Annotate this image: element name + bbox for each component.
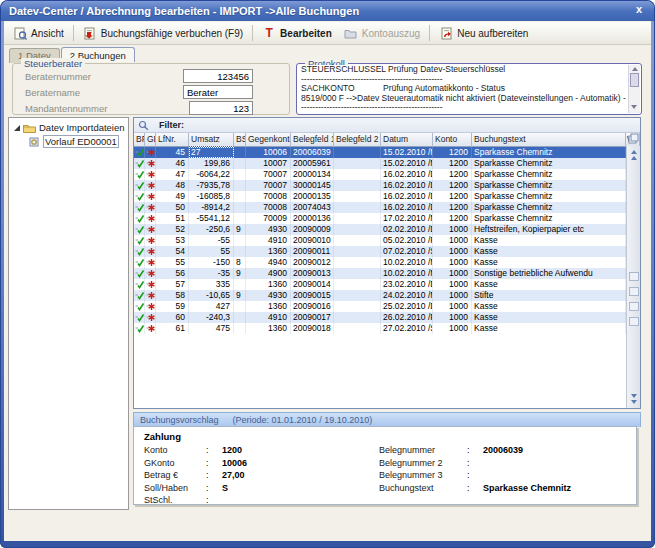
header-gb[interactable]: GB (145, 133, 156, 147)
table-row[interactable]: 55-150849402009001210.02.2010 /Mi1000Kas… (134, 257, 640, 268)
cell-datum: 27.02.2010 /Sa (381, 323, 433, 334)
column-options-icon[interactable] (629, 272, 639, 281)
tree-child-label: Vorlauf ED00001 (43, 135, 119, 148)
table-row[interactable]: 49-16085,8700082000013516.02.2010 /Di120… (134, 191, 640, 202)
cell-bs: 9 (234, 268, 246, 279)
table-row[interactable]: 48-7935,78700073000014516.02.2010 /Di120… (134, 180, 640, 191)
table-row[interactable]: 52-250,6949302009000902.02.2010 /Di1000H… (134, 224, 640, 235)
cell-umsatz: -5541,12 (189, 213, 234, 224)
table-row[interactable]: 56-35949002009001310.02.2010 /Mi1000Sons… (134, 268, 640, 279)
toolbar-separator (73, 25, 74, 41)
neu-aufbereiten-button[interactable]: Neu aufbereiten (433, 25, 534, 42)
cell-datum: 26.02.2010 /Fr (381, 312, 433, 323)
tree-child-item[interactable]: Vorlauf ED00001 (29, 135, 128, 148)
cell-datum: 10.02.2010 /Mi (381, 257, 433, 268)
cell-bs: 9 (234, 224, 246, 235)
table-row[interactable]: 4527100062000603915.02.2010 /Mo1200Spark… (134, 147, 640, 158)
table-row[interactable]: 46199,86100072000596115.02.2010 /Mo1200S… (134, 158, 640, 169)
book-post-icon (83, 27, 97, 40)
betrag-label: Betrag € (144, 469, 206, 482)
mandantennummer-field[interactable] (189, 101, 253, 115)
cell-belegfeld1: 20090017 (291, 312, 334, 323)
header-belegfeld2[interactable]: Belegfeld 2 (334, 133, 381, 147)
cell-belegfeld2 (334, 257, 381, 268)
cell-buchungstext: Sparkasse Chemnitz (472, 202, 626, 213)
header-lfnr[interactable]: LfNr. (156, 133, 189, 147)
cell-buchungstext: Sparkasse Chemnitz (472, 158, 626, 169)
cell-konto: 1000 (433, 257, 472, 268)
table-row[interactable]: 5942713602009001625.02.2010 /Do1000Kasse… (134, 301, 640, 312)
cell-umsatz: -6064,22 (189, 169, 234, 180)
header-umsatz[interactable]: Umsatz (189, 133, 234, 147)
header-buchungstext[interactable]: Buchungstext (472, 133, 626, 147)
tree-root-item[interactable]: Datev Importdateien (14, 122, 128, 133)
beraternummer-field[interactable] (183, 69, 253, 83)
header-gegenkonto[interactable]: Gegenkonto (246, 133, 291, 147)
header-bs[interactable]: BS (234, 133, 246, 147)
header-bf[interactable]: BF (134, 133, 145, 147)
filter-icon[interactable] (629, 317, 639, 326)
tree-expander-icon[interactable] (14, 125, 20, 131)
cell-belegfeld2 (334, 202, 381, 213)
table-row[interactable]: 53-5549102009001005.02.2010 /Fr1000Kasse… (134, 235, 640, 246)
page-down-icon[interactable] (631, 394, 637, 398)
cell-buchungstext: Sparkasse Chemnitz (472, 213, 626, 224)
close-button[interactable]: x (636, 3, 642, 15)
verbuchen-button[interactable]: Buchungsfähige verbuchen (F9) (77, 25, 249, 42)
cell-umsatz: -55 (189, 235, 234, 246)
scroll-thumb[interactable] (630, 73, 639, 87)
table-row[interactable]: 50-8914,2700082007404316.02.2010 /Di1200… (134, 202, 640, 213)
cell-konto: 1200 (433, 180, 472, 191)
cell-gegenkonto: 70009 (246, 213, 291, 224)
sum-icon[interactable] (629, 302, 639, 311)
header-datum[interactable]: Datum (381, 133, 433, 147)
bearbeiten-button[interactable]: T Bearbeiten (256, 25, 338, 42)
table-row[interactable]: 51-5541,12700092000013617.02.2010 /Mi120… (134, 213, 640, 224)
cell-gegenkonto: 1360 (246, 279, 291, 290)
cell-belegfeld2 (334, 224, 381, 235)
cell-buchungstext: Sparkasse Chemnitz (472, 169, 626, 180)
table-row[interactable]: 6147513602009001827.02.2010 /Sa1000Kasse… (134, 323, 640, 334)
table-side-scrollbar[interactable] (626, 146, 640, 408)
cell-gegenkonto: 70007 (246, 169, 291, 180)
scroll-down-icon[interactable] (631, 105, 637, 109)
gb-error-icon (145, 257, 156, 268)
filter-label: Filter: (159, 120, 184, 130)
cell-belegfeld1: 30000145 (291, 180, 334, 191)
cell-belegfeld2 (334, 301, 381, 312)
copy-grid-icon[interactable] (628, 133, 639, 144)
kontoauszug-button[interactable]: Kontoauszug (338, 25, 426, 42)
header-konto[interactable]: Konto (433, 133, 472, 147)
scroll-up-icon[interactable] (632, 67, 638, 71)
scroll-down-icon[interactable] (631, 400, 637, 404)
cell-belegfeld1: 20090014 (291, 279, 334, 290)
page-up-icon[interactable] (631, 156, 637, 160)
search-icon (138, 120, 149, 131)
cell-bs (234, 147, 246, 158)
cell-datum: 16.02.2010 /Di (381, 169, 433, 180)
protokoll-scrollbar[interactable] (628, 65, 640, 113)
table-row[interactable]: 545513602009001107.02.2010 /So1000KasseE… (134, 246, 640, 257)
table-row[interactable]: 47-6064,22700072000013416.02.2010 /Di120… (134, 169, 640, 180)
header-belegfeld1[interactable]: Belegfeld 1 (291, 133, 334, 147)
scroll-up-icon[interactable] (631, 150, 637, 154)
bf-ok-icon (134, 213, 145, 224)
table-row[interactable]: 5733513602009001423.02.2010 /Di1000Kasse… (134, 279, 640, 290)
ansicht-button[interactable]: Ansicht (7, 25, 70, 42)
gkonto-value: 10006 (222, 457, 247, 470)
belegnummer-value: 20006039 (483, 444, 523, 457)
search-icon[interactable] (629, 287, 639, 296)
cell-gegenkonto: 4930 (246, 290, 291, 301)
table-row[interactable]: 58-10,65949302009001524.02.2010 /Mi1000S… (134, 290, 640, 301)
gb-error-icon (145, 268, 156, 279)
title-bar[interactable]: Datev-Center / Abrechnung bearbeiten - I… (1, 1, 654, 21)
cell-lfnr: 52 (156, 224, 189, 235)
cell-lfnr: 45 (156, 147, 189, 158)
table-row[interactable]: 60-240,349102009001726.02.2010 /Fr1000Ka… (134, 312, 640, 323)
cell-buchungstext: Kasse (472, 235, 626, 246)
table-header: BF GB LfNr. Umsatz BS Gegenkonto Belegfe… (134, 133, 640, 147)
filter-row[interactable]: Filter: (134, 118, 640, 133)
gb-error-icon (145, 169, 156, 180)
beratername-field[interactable] (183, 85, 253, 99)
bf-ok-icon (134, 290, 145, 301)
